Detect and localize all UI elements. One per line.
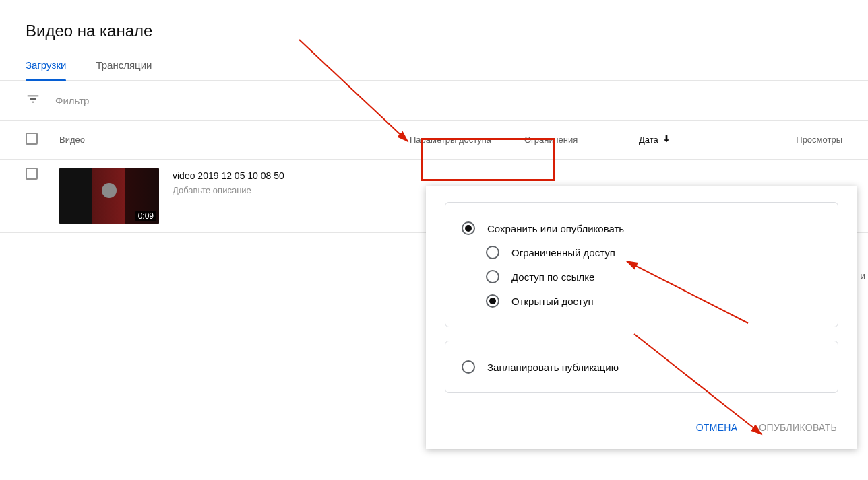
radio-icon <box>486 270 499 283</box>
radio-label: Запланировать публикацию <box>487 362 619 373</box>
video-description[interactable]: Добавьте описание <box>173 185 284 195</box>
header-checkbox-cell <box>26 133 59 147</box>
radio-label: Доступ по ссылке <box>512 271 594 283</box>
cancel-button[interactable]: ОТМЕНА <box>695 418 739 437</box>
column-date[interactable]: Дата <box>639 133 713 146</box>
filter-label: Фильтр <box>55 95 89 106</box>
select-all-checkbox[interactable] <box>26 133 38 145</box>
video-thumbnail[interactable]: 0:09 <box>59 168 159 224</box>
row-checkbox-cell <box>26 168 59 182</box>
publish-button[interactable]: ОПУБЛИКОВАТЬ <box>757 418 838 437</box>
radio-public[interactable]: Открытый доступ <box>462 289 822 313</box>
filter-icon <box>26 92 40 109</box>
arrow-down-icon <box>661 133 672 146</box>
popup-actions: ОТМЕНА ОПУБЛИКОВАТЬ <box>426 407 857 449</box>
tab-uploads[interactable]: Загрузки <box>26 59 66 80</box>
publish-panel: Сохранить или опубликовать Ограниченный … <box>445 202 838 327</box>
column-date-label: Дата <box>639 135 658 145</box>
schedule-panel: Запланировать публикацию <box>445 341 838 393</box>
filter-bar[interactable]: Фильтр <box>0 81 868 121</box>
table-header: Видео Параметры доступа Ограничения Дата… <box>0 121 868 160</box>
video-title[interactable]: video 2019 12 05 10 08 50 <box>173 170 284 181</box>
radio-icon <box>486 294 499 308</box>
radio-save-or-publish[interactable]: Сохранить или опубликовать <box>462 216 822 240</box>
visibility-popup: Сохранить или опубликовать Ограниченный … <box>426 186 857 449</box>
video-duration: 0:09 <box>135 211 156 221</box>
radio-schedule[interactable]: Запланировать публикацию <box>462 355 822 379</box>
radio-private[interactable]: Ограниченный доступ <box>462 240 822 265</box>
radio-label: Сохранить или опубликовать <box>487 223 624 234</box>
radio-icon <box>462 360 475 374</box>
column-views[interactable]: Просмотры <box>713 135 842 145</box>
row-checkbox[interactable] <box>26 168 38 180</box>
page-title: Видео на канале <box>0 0 868 40</box>
tabs: Загрузки Трансляции <box>0 40 868 81</box>
column-access[interactable]: Параметры доступа <box>410 135 524 145</box>
truncated-text: и <box>860 271 865 281</box>
column-video[interactable]: Видео <box>59 135 410 145</box>
radio-icon <box>486 246 499 259</box>
radio-label: Открытый доступ <box>512 296 594 307</box>
tab-live[interactable]: Трансляции <box>96 59 152 80</box>
radio-icon <box>462 221 475 235</box>
thumbnail-logo <box>102 183 117 198</box>
radio-unlisted[interactable]: Доступ по ссылке <box>462 265 822 289</box>
radio-label: Ограниченный доступ <box>512 247 615 259</box>
column-restrictions[interactable]: Ограничения <box>524 135 639 145</box>
